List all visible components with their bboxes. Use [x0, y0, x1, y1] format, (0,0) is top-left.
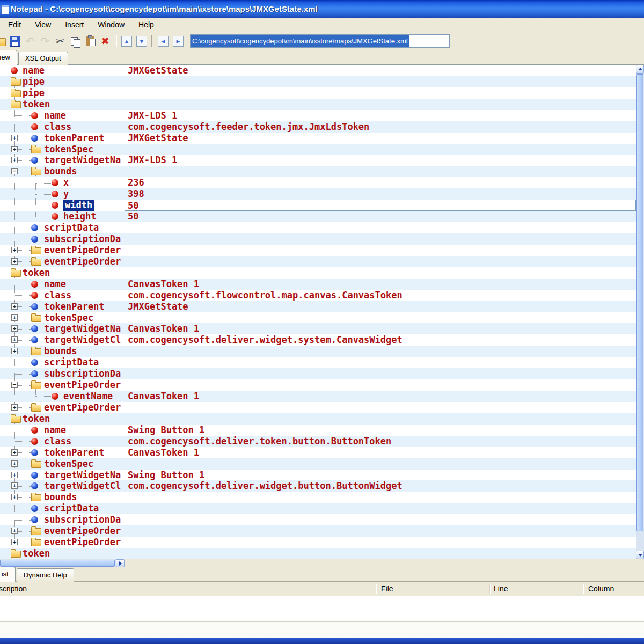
- expand-box[interactable]: +: [11, 336, 18, 343]
- nudge-up-button[interactable]: ▲: [119, 34, 134, 49]
- cut-button[interactable]: ✂: [53, 34, 68, 49]
- nudge-left-button[interactable]: ◀: [156, 34, 171, 49]
- tree-row[interactable]: +targetWidgetClcom.cogencysoft.deliver.w…: [0, 334, 636, 346]
- delete-button[interactable]: ✖: [98, 34, 113, 49]
- tree-row[interactable]: +targetWidgetNaCanvasToken 1: [0, 323, 636, 334]
- tree-row[interactable]: token: [0, 413, 636, 425]
- tree-row[interactable]: +tokenParentCanvasToken 1: [0, 447, 636, 458]
- tab-xsl-output[interactable]: XSL Output: [18, 52, 68, 65]
- expand-box[interactable]: +: [11, 472, 18, 478]
- vertical-scroll-thumb[interactable]: [636, 74, 643, 531]
- tree-row[interactable]: scriptData: [0, 222, 636, 233]
- tree-row[interactable]: height50: [0, 211, 636, 222]
- expand-box[interactable]: +: [11, 135, 18, 141]
- menu-item-insert[interactable]: Insert: [58, 19, 91, 31]
- expand-box[interactable]: +: [11, 314, 18, 321]
- tree-row[interactable]: width50: [0, 200, 636, 211]
- column-divider[interactable]: [125, 65, 125, 559]
- expand-box[interactable]: +: [11, 404, 18, 411]
- tree-row[interactable]: nameJMXGetState: [0, 65, 636, 76]
- tree-row[interactable]: +eventPipeOrder: [0, 402, 636, 413]
- tree-row[interactable]: +targetWidgetNaSwing Button 1: [0, 470, 636, 481]
- element-icon: [31, 505, 38, 512]
- tree-row[interactable]: classcom.cogencysoft.feeder.token.jmx.Jm…: [0, 121, 636, 133]
- tree-row[interactable]: scriptData: [0, 357, 636, 368]
- tree-row[interactable]: +eventPipeOrder: [0, 525, 636, 537]
- expand-box[interactable]: +: [11, 348, 18, 354]
- menu-item-view[interactable]: View: [28, 19, 58, 31]
- tree-row[interactable]: nameCanvasToken 1: [0, 279, 636, 290]
- save-button[interactable]: [8, 34, 23, 49]
- expand-box[interactable]: +: [11, 146, 18, 152]
- horizontal-scrollbar[interactable]: [0, 559, 125, 567]
- collapse-box[interactable]: −: [11, 168, 18, 174]
- tree-row[interactable]: −bounds: [0, 166, 636, 177]
- tree-row[interactable]: token: [0, 548, 636, 559]
- copy-button[interactable]: [68, 34, 83, 49]
- tree-row[interactable]: +eventPipeOrder: [0, 245, 636, 256]
- tree-node-label: scriptData: [44, 357, 99, 368]
- tree-row[interactable]: pipe: [0, 76, 636, 87]
- expand-box[interactable]: +: [11, 528, 18, 534]
- tree-row[interactable]: +eventPipeOrder: [0, 537, 636, 548]
- tab-dynamic-help[interactable]: Dynamic Help: [17, 568, 74, 582]
- address-bar[interactable]: C:\cogencysoft\cogencydepot\im\main\ixst…: [190, 34, 450, 48]
- scroll-right-button[interactable]: [116, 559, 125, 567]
- tree-row[interactable]: +tokenSpec: [0, 144, 636, 155]
- expand-box[interactable]: +: [11, 449, 18, 456]
- tree-row[interactable]: +tokenSpec: [0, 312, 636, 324]
- expand-box[interactable]: +: [11, 247, 18, 253]
- tab-error-list[interactable]: Error List: [0, 567, 16, 582]
- tree-row[interactable]: +tokenSpec: [0, 458, 636, 470]
- tree-row[interactable]: −eventPipeOrder: [0, 379, 636, 391]
- tree-row[interactable]: nameJMX-LDS 1: [0, 110, 636, 121]
- tree-row[interactable]: subscriptionDa: [0, 233, 636, 245]
- tree-row[interactable]: x236: [0, 177, 636, 188]
- tree-row[interactable]: +bounds: [0, 346, 636, 357]
- tree-row[interactable]: +eventPipeOrder: [0, 256, 636, 267]
- tree-row[interactable]: subscriptionDa: [0, 368, 636, 379]
- tree-row[interactable]: scriptData: [0, 503, 636, 514]
- menu-item-edit[interactable]: Edit: [1, 19, 28, 31]
- tree-row[interactable]: classcom.cogencysoft.deliver.token.butto…: [0, 436, 636, 447]
- tree-row[interactable]: y398: [0, 188, 636, 200]
- tree-row[interactable]: classcom.cogencysoft.flowcontrol.map.can…: [0, 290, 636, 301]
- expand-box[interactable]: +: [11, 258, 18, 265]
- vertical-scrollbar[interactable]: [636, 65, 644, 559]
- folder-icon: [31, 348, 41, 355]
- expand-box[interactable]: +: [11, 539, 18, 545]
- tree-guide: [15, 228, 31, 228]
- scroll-down-button[interactable]: [636, 551, 644, 559]
- tree-row[interactable]: +targetWidgetNaJMX-LDS 1: [0, 155, 636, 166]
- expand-box[interactable]: +: [11, 460, 18, 467]
- nudge-down-button[interactable]: ▼: [134, 34, 149, 49]
- tree-row[interactable]: token: [0, 267, 636, 279]
- expand-box[interactable]: +: [11, 157, 18, 163]
- tree-row[interactable]: subscriptionDa: [0, 514, 636, 525]
- expand-box[interactable]: +: [11, 325, 18, 332]
- tree-row[interactable]: pipe: [0, 87, 636, 99]
- tree-row[interactable]: eventNameCanvasToken 1: [0, 391, 636, 402]
- nudge-right-button[interactable]: ▶: [171, 34, 186, 49]
- tree-row[interactable]: +bounds: [0, 492, 636, 503]
- undo-button[interactable]: ↶: [23, 34, 38, 49]
- open-button[interactable]: [0, 34, 8, 49]
- expand-box[interactable]: +: [11, 494, 18, 500]
- value-edit-cell[interactable]: 50: [125, 200, 636, 211]
- collapse-box[interactable]: −: [11, 382, 18, 388]
- tree-row[interactable]: nameSwing Button 1: [0, 425, 636, 436]
- menu-item-window[interactable]: Window: [91, 19, 131, 31]
- scroll-up-button[interactable]: [636, 65, 644, 74]
- menu-item-help[interactable]: Help: [131, 19, 161, 31]
- tree-row[interactable]: +tokenParentJMXGetState: [0, 301, 636, 312]
- tree-row[interactable]: token: [0, 99, 636, 110]
- tree-row[interactable]: +targetWidgetClcom.cogencysoft.deliver.w…: [0, 480, 636, 492]
- expand-box[interactable]: +: [11, 482, 18, 489]
- horizontal-scroll-thumb[interactable]: [0, 560, 115, 567]
- paste-button[interactable]: [83, 34, 98, 49]
- expand-box[interactable]: +: [11, 303, 18, 310]
- tab-tree-view[interactable]: Tree View: [0, 50, 17, 65]
- redo-button[interactable]: ↷: [38, 34, 53, 49]
- error-list[interactable]: [0, 596, 644, 621]
- tree-row[interactable]: +tokenParentJMXGetState: [0, 133, 636, 144]
